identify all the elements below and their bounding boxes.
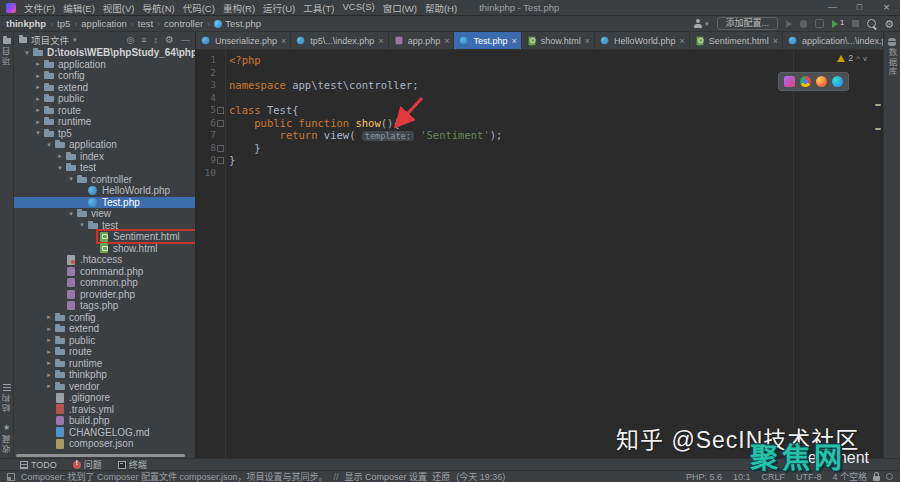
status-widget[interactable]: 10:1 — [733, 472, 751, 482]
fold-marker-icon[interactable] — [217, 145, 224, 152]
tree-item-route[interactable]: ▸route — [14, 105, 195, 117]
breadcrumb-item[interactable]: test — [138, 18, 153, 29]
code-line[interactable]: <?php — [226, 54, 883, 67]
status-action[interactable]: 还原 — [432, 472, 450, 482]
tree-arrow-icon[interactable]: ▸ — [44, 336, 54, 344]
tab-Unserialize.php[interactable]: Unserialize.php× — [196, 32, 291, 49]
tree-item-runtime[interactable]: ▸runtime — [14, 116, 195, 128]
stop-icon[interactable] — [852, 20, 859, 27]
breadcrumb-item[interactable]: thinkphp — [6, 18, 46, 29]
tree-arrow-icon[interactable]: ▸ — [55, 152, 65, 160]
tree-item-provider.php[interactable]: provider.php — [14, 289, 195, 301]
tree-item-composer.json[interactable]: composer.json — [14, 438, 195, 450]
tree-item-controller[interactable]: ▾controller — [14, 174, 195, 186]
tree-arrow-icon[interactable]: ▸ — [33, 118, 43, 126]
tool-window-button-TODO[interactable]: TODO — [20, 460, 57, 470]
editor-body[interactable]: 12345678910 <?phpnamespace app\test\cont… — [196, 50, 883, 458]
search-icon[interactable] — [867, 19, 876, 28]
code-line[interactable]: public function show(){ — [226, 117, 883, 130]
tree-arrow-icon[interactable]: ▾ — [66, 210, 76, 218]
close-tab-icon[interactable]: × — [281, 36, 286, 46]
tree-item-application[interactable]: ▾application — [14, 139, 195, 151]
inspection-widget[interactable]: 2 ^ v — [837, 53, 867, 63]
tab-Sentiment.html[interactable]: Sentiment.html× — [690, 32, 783, 49]
tree-item-public[interactable]: ▸public — [14, 335, 195, 347]
maximize-icon[interactable] — [846, 0, 873, 16]
tree-arrow-icon[interactable]: ▾ — [66, 175, 76, 183]
event-log-icon[interactable] — [886, 473, 893, 480]
tree-arrow-icon[interactable]: ▸ — [33, 106, 43, 114]
tree-item-extend[interactable]: ▸extend — [14, 323, 195, 335]
tree-arrow-icon[interactable]: ▸ — [33, 83, 43, 91]
menu-item[interactable]: 重构(R) — [219, 1, 259, 15]
status-action[interactable]: 显示 Composer 设置 — [345, 472, 428, 482]
tree-item-Test.php[interactable]: Test.php — [14, 197, 195, 209]
tree-item-public[interactable]: ▸public — [14, 93, 195, 105]
chevron-down-icon[interactable]: ▾ — [73, 36, 77, 44]
close-tab-icon[interactable]: × — [679, 36, 684, 46]
tree-item-.htaccess[interactable]: .htaccess — [14, 254, 195, 266]
tree-item-application[interactable]: ▸application — [14, 59, 195, 71]
error-stripe[interactable] — [873, 50, 883, 458]
tree-item-vendor[interactable]: ▸vendor — [14, 381, 195, 393]
locate-icon[interactable]: ◎ — [126, 35, 134, 45]
menu-item[interactable]: 代码(C) — [179, 1, 219, 15]
tree-item-show.html[interactable]: show.html — [14, 243, 195, 255]
collapse-all-icon[interactable]: ≡ — [141, 35, 146, 45]
tree-item-build.php[interactable]: build.php — [14, 415, 195, 427]
tree-arrow-icon[interactable]: ▸ — [33, 60, 43, 68]
close-tab-icon[interactable]: × — [511, 36, 516, 46]
edge-icon[interactable] — [832, 76, 843, 87]
fold-marker-icon[interactable] — [217, 120, 224, 127]
scrollbar-thumb[interactable] — [16, 454, 185, 457]
tree-item-view[interactable]: ▾view — [14, 208, 195, 220]
tree-item-index[interactable]: ▸index — [14, 151, 195, 163]
warning-mark[interactable] — [875, 104, 881, 106]
menu-item[interactable]: 窗口(W) — [379, 1, 421, 15]
code-line[interactable]: return view( template: 'Sentiment'); — [226, 129, 883, 142]
breadcrumb-item[interactable]: application — [81, 18, 126, 29]
menu-item[interactable]: 编辑(E) — [59, 1, 99, 15]
breadcrumb-item[interactable]: controller — [164, 18, 203, 29]
tree-arrow-icon[interactable]: ▸ — [44, 348, 54, 356]
code-line[interactable]: } — [226, 142, 883, 155]
tab-Test.php[interactable]: Test.php× — [454, 32, 521, 49]
close-tab-icon[interactable]: × — [378, 36, 383, 46]
tab-HelloWorld.php[interactable]: HelloWorld.php× — [595, 32, 690, 49]
running-processes-icon[interactable]: 1 — [832, 19, 844, 29]
code-line[interactable] — [226, 92, 883, 105]
tree-item-common.php[interactable]: common.php — [14, 277, 195, 289]
tree-item-Sentiment.html[interactable]: Sentiment.html — [14, 231, 195, 243]
close-tab-icon[interactable]: × — [773, 36, 778, 46]
close-icon[interactable] — [873, 0, 900, 16]
warning-mark[interactable] — [875, 128, 881, 130]
gear-icon[interactable]: ⚙ — [165, 34, 174, 45]
tree-arrow-icon[interactable]: ▾ — [44, 141, 54, 149]
tree-arrow-icon[interactable]: ▸ — [44, 359, 54, 367]
next-warning-icon[interactable]: v — [863, 54, 867, 63]
status-widget[interactable]: CRLF — [761, 472, 785, 482]
breadcrumb-item[interactable]: Test.php — [214, 18, 261, 29]
breadcrumb-item[interactable]: tp5 — [57, 18, 70, 29]
tree-item-config[interactable]: ▸config — [14, 70, 195, 82]
tree-arrow-icon[interactable]: ▾ — [33, 129, 43, 137]
tree-item-runtime[interactable]: ▸runtime — [14, 358, 195, 370]
tree-arrow-icon[interactable]: ▸ — [44, 382, 54, 390]
run-icon[interactable] — [786, 20, 792, 28]
project-view-title[interactable]: 项目文件 — [31, 33, 69, 47]
code-line[interactable]: class Test{ — [226, 104, 883, 117]
tree-item-.travis.yml[interactable]: .travis.yml — [14, 404, 195, 416]
tree-item-D:\tools\WEB\phpStudy_64\phpstudy_pro\[interactable]: ▾D:\tools\WEB\phpStudy_64\phpstudy_pro\ — [14, 47, 195, 59]
tree-item-test[interactable]: ▾test — [14, 220, 195, 232]
menu-item[interactable]: VCS(S) — [338, 1, 378, 15]
tree-item-extend[interactable]: ▸extend — [14, 82, 195, 94]
tool-button-database[interactable]: 数据库 — [884, 38, 900, 77]
menu-item[interactable]: 工具(T) — [299, 1, 338, 15]
tab-show.html[interactable]: show.html× — [522, 32, 595, 49]
coverage-icon[interactable] — [815, 19, 824, 28]
close-tab-icon[interactable]: × — [585, 36, 590, 46]
tree-item-command.php[interactable]: command.php — [14, 266, 195, 278]
tool-button-project[interactable]: 项目 — [0, 38, 13, 65]
code-area[interactable]: <?phpnamespace app\test\controller;class… — [226, 50, 883, 458]
menu-item[interactable]: 文件(F) — [20, 1, 59, 15]
